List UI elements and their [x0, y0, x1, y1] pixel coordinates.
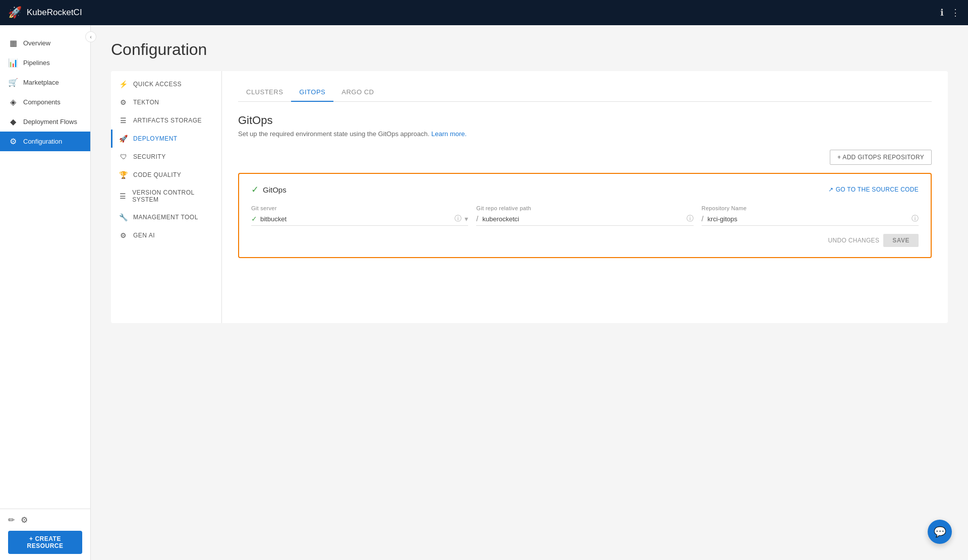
gitops-card: ✓ GitOps ↗ GO TO THE SOURCE CODE Git ser…	[238, 173, 932, 258]
config-menu-label: MANAGEMENT TOOL	[133, 214, 198, 221]
config-menu-label: SECURITY	[133, 153, 166, 160]
edit-icon[interactable]: ✏	[8, 515, 15, 525]
chat-icon: 💬	[934, 526, 946, 538]
repo-name-value: krci-gitops	[708, 215, 908, 223]
content-area: Configuration ⚡ QUICK ACCESS ⚙ TEKTON ☰ …	[91, 25, 968, 560]
config-menu-gen-ai[interactable]: ⚙ GEN AI	[111, 226, 221, 244]
gitops-card-header: ✓ GitOps ↗ GO TO THE SOURCE CODE	[251, 184, 919, 195]
config-menu-label: CODE QUALITY	[133, 171, 181, 178]
sidebar-bottom: ✏ ⚙ + CREATE RESOURCE	[0, 509, 90, 560]
deployment-flows-icon: ◆	[8, 117, 18, 127]
config-layout: ⚡ QUICK ACCESS ⚙ TEKTON ☰ ARTIFACTS STOR…	[111, 71, 948, 323]
gen-ai-icon: ⚙	[119, 231, 128, 239]
config-menu-version-control[interactable]: ☰ VERSION CONTROL SYSTEM	[111, 184, 221, 208]
tabs: CLUSTERS GITOPS ARGO CD	[238, 83, 932, 102]
tab-gitops[interactable]: GITOPS	[291, 83, 333, 102]
sidebar-item-configuration[interactable]: ⚙ Configuration	[0, 132, 90, 151]
card-actions: UNDO CHANGES SAVE	[251, 234, 919, 247]
config-panel: CLUSTERS GITOPS ARGO CD GitOps Set up th…	[222, 71, 948, 323]
sidebar-collapse-button[interactable]: ‹	[85, 31, 96, 42]
config-menu-label: DEPLOYMENT	[133, 135, 178, 142]
management-tool-icon: 🔧	[119, 213, 128, 221]
sidebar-item-marketplace[interactable]: 🛒 Marketplace	[0, 73, 90, 92]
chat-fab-button[interactable]: 💬	[928, 520, 952, 544]
save-button[interactable]: SAVE	[883, 234, 919, 247]
sidebar-bottom-icons: ✏ ⚙	[8, 515, 82, 525]
page-title: Configuration	[111, 40, 948, 59]
code-quality-icon: 🏆	[119, 171, 128, 179]
config-menu-label: QUICK ACCESS	[133, 81, 182, 88]
sidebar-item-label: Marketplace	[23, 79, 59, 86]
gitops-section-desc: Set up the required environment state us…	[238, 130, 932, 138]
info-icon[interactable]: ℹ	[940, 7, 944, 18]
tab-clusters[interactable]: CLUSTERS	[238, 83, 291, 102]
repo-name-info-icon[interactable]: ⓘ	[912, 214, 919, 223]
main-layout: ‹ ▦ Overview 📊 Pipelines 🛒 Marketplace ◈…	[0, 25, 968, 560]
settings-icon[interactable]: ⚙	[21, 515, 28, 525]
sidebar-item-label: Pipelines	[23, 59, 50, 67]
topbar-right: ℹ ⋮	[940, 7, 960, 18]
git-repo-path-field-group: Git repo relative path / kuberocketci ⓘ	[476, 205, 701, 226]
learn-more-link[interactable]: Learn more.	[431, 130, 467, 138]
config-menu-label: VERSION CONTROL SYSTEM	[132, 189, 213, 203]
overview-icon: ▦	[8, 38, 18, 48]
deployment-icon: 🚀	[119, 135, 128, 143]
repo-name-field-group: Repository Name / krci-gitops ⓘ	[702, 205, 919, 226]
more-icon[interactable]: ⋮	[951, 7, 960, 18]
git-repo-path-value-row: / kuberocketci ⓘ	[476, 214, 693, 226]
tab-argo-cd[interactable]: ARGO CD	[333, 83, 382, 102]
gitops-section-title: GitOps	[238, 114, 932, 127]
topbar-left: 🚀 KubeRocketCI	[8, 6, 82, 19]
source-code-icon: ↗	[828, 186, 833, 193]
git-repo-slash: /	[476, 215, 478, 223]
git-server-dropdown-icon[interactable]: ▾	[465, 215, 468, 223]
sidebar-item-label: Overview	[23, 39, 50, 47]
create-resource-button[interactable]: + CREATE RESOURCE	[8, 531, 82, 554]
sidebar-nav: ▦ Overview 📊 Pipelines 🛒 Marketplace ◈ C…	[0, 29, 90, 509]
git-repo-path-label: Git repo relative path	[476, 205, 693, 211]
git-server-info-icon[interactable]: ⓘ	[454, 214, 462, 223]
gitops-fields-row: Git server ✓ bitbucket ⓘ ▾ Git repo rela…	[251, 205, 919, 226]
sidebar-item-overview[interactable]: ▦ Overview	[0, 33, 90, 53]
sidebar-item-components[interactable]: ◈ Components	[0, 92, 90, 112]
git-repo-path-value: kuberocketci	[482, 215, 683, 223]
gitops-card-title: ✓ GitOps	[251, 184, 287, 195]
sidebar-item-label: Deployment Flows	[23, 118, 77, 126]
config-menu-quick-access[interactable]: ⚡ QUICK ACCESS	[111, 75, 221, 93]
sidebar-item-pipelines[interactable]: 📊 Pipelines	[0, 53, 90, 73]
config-menu-deployment[interactable]: 🚀 DEPLOYMENT	[111, 130, 221, 148]
config-menu-management-tool[interactable]: 🔧 MANAGEMENT TOOL	[111, 208, 221, 226]
sidebar-item-label: Configuration	[23, 138, 62, 145]
app-logo: 🚀	[8, 6, 22, 19]
app-title: KubeRocketCI	[27, 8, 82, 18]
undo-changes-button[interactable]: UNDO CHANGES	[828, 234, 880, 247]
go-to-source-code-link[interactable]: ↗ GO TO THE SOURCE CODE	[828, 186, 919, 193]
pipelines-icon: 📊	[8, 58, 18, 68]
config-menu-tekton[interactable]: ⚙ TEKTON	[111, 93, 221, 111]
config-menu-security[interactable]: 🛡 SECURITY	[111, 148, 221, 166]
marketplace-icon: 🛒	[8, 78, 18, 87]
git-server-label: Git server	[251, 205, 468, 211]
git-server-check-icon: ✓	[251, 215, 257, 223]
config-menu-label: GEN AI	[133, 232, 155, 239]
config-menu-artifacts-storage[interactable]: ☰ ARTIFACTS STORAGE	[111, 111, 221, 130]
components-icon: ◈	[8, 97, 18, 107]
sidebar-item-deployment-flows[interactable]: ◆ Deployment Flows	[0, 112, 90, 132]
repo-name-slash: /	[702, 215, 704, 223]
repo-name-label: Repository Name	[702, 205, 919, 211]
git-server-value: bitbucket	[260, 215, 451, 223]
configuration-icon: ⚙	[8, 137, 18, 146]
sidebar: ‹ ▦ Overview 📊 Pipelines 🛒 Marketplace ◈…	[0, 25, 91, 560]
repo-name-value-row: / krci-gitops ⓘ	[702, 214, 919, 226]
topbar: 🚀 KubeRocketCI ℹ ⋮	[0, 0, 968, 25]
git-repo-path-info-icon[interactable]: ⓘ	[687, 214, 694, 223]
config-menu-code-quality[interactable]: 🏆 CODE QUALITY	[111, 166, 221, 184]
artifacts-storage-icon: ☰	[119, 116, 128, 125]
config-menu: ⚡ QUICK ACCESS ⚙ TEKTON ☰ ARTIFACTS STOR…	[111, 71, 222, 323]
config-menu-label: ARTIFACTS STORAGE	[133, 117, 202, 124]
add-gitops-repository-button[interactable]: + ADD GITOPS REPOSITORY	[830, 150, 932, 165]
quick-access-icon: ⚡	[119, 80, 128, 88]
tekton-icon: ⚙	[119, 98, 128, 106]
version-control-icon: ☰	[119, 192, 127, 200]
git-server-field-group: Git server ✓ bitbucket ⓘ ▾	[251, 205, 476, 226]
